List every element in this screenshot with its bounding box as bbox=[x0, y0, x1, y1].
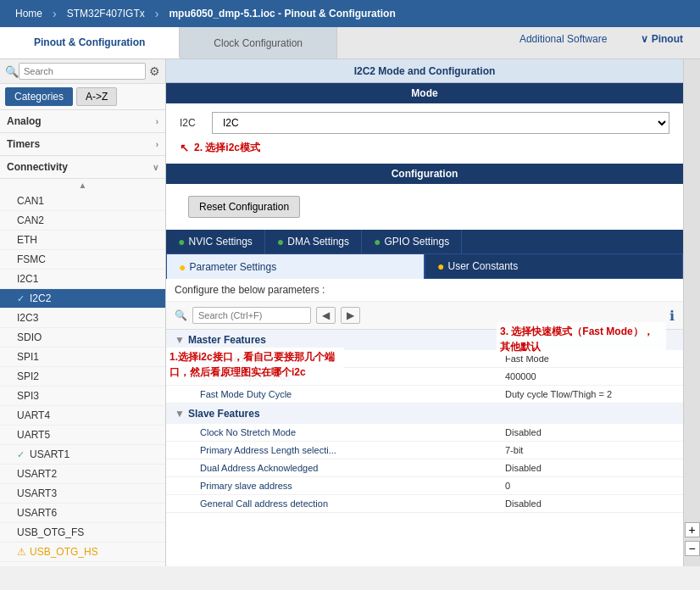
sidebar-item-can1[interactable]: CAN1 bbox=[0, 192, 165, 211]
sidebar: 🔍 ⚙ Categories A->Z Analog › Timers › bbox=[0, 59, 166, 566]
scroll-up-indicator: ▲ bbox=[0, 179, 165, 192]
sidebar-group-analog[interactable]: Analog › bbox=[0, 110, 165, 133]
sidebar-item-fsmc[interactable]: FSMC bbox=[0, 250, 165, 270]
tab-nvic-settings[interactable]: ● NVIC Settings bbox=[166, 230, 265, 253]
tab-gpio-settings[interactable]: ● GPIO Settings bbox=[362, 230, 462, 253]
param-name: Clock No Stretch Mode bbox=[200, 427, 505, 437]
mode-section: I2C I2C ↖ 2. 选择i2c模式 bbox=[166, 103, 683, 164]
sidebar-item-uart5[interactable]: UART5 bbox=[0, 426, 165, 445]
dot-constants: ● bbox=[437, 259, 444, 273]
sidebar-item-usart1[interactable]: USART1 bbox=[0, 445, 165, 465]
mode-select[interactable]: I2C bbox=[212, 112, 669, 134]
mode-row: I2C I2C bbox=[180, 112, 669, 134]
panel-title: I2C2 Mode and Configuration bbox=[166, 59, 683, 83]
sidebar-item-usart3[interactable]: USART3 bbox=[0, 484, 165, 504]
configure-text: Configure the below parameters : bbox=[166, 279, 683, 302]
chevron-right-icon: › bbox=[156, 140, 158, 149]
sidebar-item-usart6[interactable]: USART6 bbox=[0, 504, 165, 523]
params-search-input[interactable] bbox=[192, 307, 311, 324]
tab-parameter-settings[interactable]: ● Parameter Settings bbox=[166, 253, 425, 279]
sidebar-item-usb_otg_hs[interactable]: ⚠ USB_OTG_HS bbox=[0, 543, 165, 562]
breadcrumb-home[interactable]: Home bbox=[7, 4, 51, 23]
reset-config-button[interactable]: Reset Configuration bbox=[188, 196, 300, 218]
sidebar-item-usart2[interactable]: USART2 bbox=[0, 465, 165, 484]
slave-params-list: Clock No Stretch Mode DisabledPrimary Ad… bbox=[166, 424, 683, 513]
sub-tab-pinout[interactable]: ∨ Pinout bbox=[624, 30, 700, 48]
dot-gpio: ● bbox=[374, 235, 381, 248]
sidebar-list: Analog › Timers › Connectivity ∨ ▲ CAN1C… bbox=[0, 110, 165, 566]
sidebar-item-spi1[interactable]: SPI1 bbox=[0, 348, 165, 367]
tab-clock[interactable]: Clock Configuration bbox=[180, 27, 337, 58]
dot-dma: ● bbox=[277, 235, 284, 248]
search-icon: 🔍 bbox=[5, 65, 19, 78]
chevron-down-icon: ∨ bbox=[153, 163, 158, 172]
sidebar-group-timers[interactable]: Timers › bbox=[0, 133, 165, 156]
tab-atoz[interactable]: A->Z bbox=[76, 87, 117, 106]
sub-tab-additional[interactable]: Additional Software bbox=[503, 30, 624, 48]
param-row: Clock No Stretch Mode Disabled bbox=[166, 424, 683, 442]
param-value: 400000 bbox=[505, 371, 675, 381]
annotation2-text: 2. 选择i2c模式 bbox=[194, 141, 260, 155]
param-name: General Call address detection bbox=[200, 498, 505, 509]
dot-nvic: ● bbox=[178, 235, 185, 248]
param-value: Disabled bbox=[505, 498, 675, 509]
settings-tabs-row1: ● NVIC Settings ● DMA Settings ● GPIO Se… bbox=[166, 230, 683, 253]
tab-categories[interactable]: Categories bbox=[5, 87, 73, 106]
dot-params: ● bbox=[179, 260, 186, 274]
sidebar-search-area: 🔍 ⚙ bbox=[0, 59, 165, 84]
chevron-right-icon: › bbox=[156, 117, 158, 126]
sidebar-item-spi2[interactable]: SPI2 bbox=[0, 367, 165, 387]
mode-section-header: Mode bbox=[166, 83, 683, 103]
sidebar-item-i2c3[interactable]: I2C3 bbox=[0, 309, 165, 328]
zoom-in-button[interactable]: + bbox=[685, 522, 700, 537]
search-input[interactable] bbox=[19, 63, 146, 80]
master-params-list: I2C Speed Mode Fast ModeI2C Clock Speed … bbox=[166, 350, 683, 404]
params-search-icon: 🔍 bbox=[175, 309, 187, 321]
sidebar-item-uart4[interactable]: UART4 bbox=[0, 406, 165, 426]
param-name: Dual Address Acknowledged bbox=[200, 463, 505, 473]
sidebar-item-spi3[interactable]: SPI3 bbox=[0, 387, 165, 406]
sidebar-item-eth[interactable]: ETH bbox=[0, 231, 165, 250]
param-row: I2C Speed Mode Fast Mode bbox=[166, 350, 683, 368]
gear-button[interactable]: ⚙ bbox=[149, 64, 160, 78]
config-section-header: Configuration bbox=[166, 164, 683, 184]
param-row: Primary Address Length selecti... 7-bit bbox=[166, 442, 683, 459]
breadcrumb-file[interactable]: mpu6050_dmp-5.1.ioc - Pinout & Configura… bbox=[160, 4, 403, 23]
sidebar-item-usb_otg_fs[interactable]: USB_OTG_FS bbox=[0, 523, 165, 543]
param-value: 7-bit bbox=[505, 445, 675, 455]
param-row: Primary slave address 0 bbox=[166, 477, 683, 495]
sidebar-item-can2[interactable]: CAN2 bbox=[0, 211, 165, 231]
collapse-slave-icon[interactable]: ▼ bbox=[175, 408, 185, 420]
sidebar-item-sdio[interactable]: SDIO bbox=[0, 328, 165, 348]
main-tab-row: Pinout & Configuration Clock Configurati… bbox=[0, 27, 700, 59]
param-name: Fast Mode Duty Cycle bbox=[200, 389, 505, 399]
tab-pinout[interactable]: Pinout & Configuration bbox=[0, 27, 180, 58]
slave-features-header: ▼ Slave Features bbox=[166, 404, 683, 424]
param-value: Duty cycle Tlow/Thigh = 2 bbox=[505, 389, 675, 399]
right-strip: + − bbox=[683, 59, 700, 566]
breadcrumb-sep-1: › bbox=[53, 7, 57, 20]
tab-user-constants[interactable]: ● User Constants bbox=[425, 253, 683, 279]
param-row: General Call address detection Disabled bbox=[166, 495, 683, 513]
param-value: Disabled bbox=[505, 463, 675, 473]
collapse-master-icon[interactable]: ▼ bbox=[175, 334, 185, 346]
settings-tabs-row2: ● Parameter Settings ● User Constants bbox=[166, 253, 683, 279]
param-row: I2C Clock Speed (Hz) 400000 bbox=[166, 368, 683, 386]
param-row: Dual Address Acknowledged Disabled bbox=[166, 459, 683, 477]
param-value: Disabled bbox=[505, 427, 675, 437]
tab-dma-settings[interactable]: ● DMA Settings bbox=[265, 230, 362, 253]
search-prev-button[interactable]: ◀ bbox=[316, 307, 336, 324]
param-name: Primary Address Length selecti... bbox=[200, 445, 505, 455]
sidebar-item-i2c2[interactable]: I2C2 bbox=[0, 289, 165, 309]
breadcrumb-mcu[interactable]: STM32F407IGTx bbox=[58, 4, 153, 23]
sidebar-group-connectivity[interactable]: Connectivity ∨ bbox=[0, 156, 165, 179]
sidebar-category-tabs: Categories A->Z bbox=[0, 84, 165, 110]
params-search-bar: 🔍 ◀ ▶ ℹ bbox=[166, 302, 683, 330]
param-value: Fast Mode bbox=[505, 353, 675, 364]
warning-icon: ⚠ bbox=[17, 546, 26, 558]
search-next-button[interactable]: ▶ bbox=[341, 307, 360, 324]
param-name: Primary slave address bbox=[200, 481, 505, 491]
sidebar-item-i2c1[interactable]: I2C1 bbox=[0, 270, 165, 289]
param-row: Fast Mode Duty Cycle Duty cycle Tlow/Thi… bbox=[166, 386, 683, 404]
zoom-out-button[interactable]: − bbox=[685, 541, 700, 556]
